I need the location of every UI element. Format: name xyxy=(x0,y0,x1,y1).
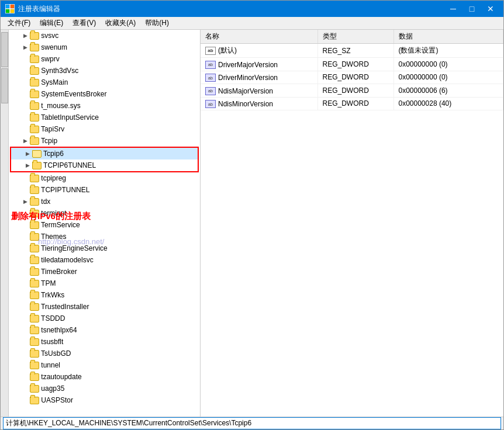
tree-item-tzautoupdate[interactable]: tzautoupdate xyxy=(9,371,200,383)
col-name: 名称 xyxy=(201,30,317,44)
tree-item-uagp35[interactable]: uagp35 xyxy=(9,383,200,394)
status-bar: 计算机\HKEY_LOCAL_MACHINE\SYSTEM\CurrentCon… xyxy=(1,417,503,429)
menu-edit[interactable]: 编辑(E) xyxy=(35,17,68,29)
tree-item-tsusbflt[interactable]: tsusbflt xyxy=(9,336,200,348)
folder-icon-tunnel xyxy=(30,362,39,369)
expand-arrow-tabletinputservice xyxy=(20,113,30,122)
tree-item-synth3dvsc[interactable]: Synth3dVsc xyxy=(9,65,200,77)
registry-values-panel[interactable]: 名称 类型 数据 ab (默认) REG_SZ xyxy=(201,30,503,417)
table-row[interactable]: ab DriverMajorVersion REG_DWORD 0x000000… xyxy=(201,58,503,71)
entry-name-default: ab (默认) xyxy=(201,44,317,58)
tree-item-tcpip6tunnel[interactable]: ▶ TCPIP6TUNNEL xyxy=(11,159,198,171)
tree-item-tsddd[interactable]: TSDDD xyxy=(9,313,200,324)
tree-item-trkwks[interactable]: TrkWks xyxy=(9,289,200,301)
svg-rect-3 xyxy=(11,9,14,13)
tree-item-svsvc[interactable]: ▶ svsvc xyxy=(9,30,200,41)
expand-arrow-trustedinstaller xyxy=(20,302,30,311)
tree-item-tcpiptunnel[interactable]: TCPIPTUNNEL xyxy=(9,184,200,196)
tree-item-tcpip[interactable]: ▶ Tcpip xyxy=(9,135,200,147)
tree-item-sysmain[interactable]: SysMain xyxy=(9,77,200,88)
expand-arrow-terminpt xyxy=(20,209,30,218)
folder-icon-tapisrv xyxy=(30,126,39,133)
main-content: 删除有IPv6的注册表 http://blog.csdn.net/ ▶ svsv… xyxy=(1,30,503,417)
window-icon xyxy=(5,4,15,13)
expand-arrow-tcpiptunnel xyxy=(20,185,30,195)
tree-item-timebroker[interactable]: TimeBroker xyxy=(9,266,200,278)
expand-arrow-tpm xyxy=(20,279,30,288)
tree-item-tcpip6[interactable]: ▶ Tcpip6 xyxy=(11,148,198,159)
tree-item-tsnethlpx64[interactable]: tsnethlpx64 xyxy=(9,324,200,336)
folder-icon-tsusbflt xyxy=(30,338,39,346)
expand-arrow-tsnethlpx64 xyxy=(20,325,30,335)
tree-item-tieringengineservice[interactable]: TieringEngineService xyxy=(9,242,200,254)
tree-item-tpm[interactable]: TPM xyxy=(9,278,200,289)
folder-icon-synth3dvsc xyxy=(30,67,39,75)
expand-arrow-tsusbgd xyxy=(20,349,30,358)
svg-rect-1 xyxy=(11,5,14,8)
maximize-button[interactable]: □ xyxy=(464,1,480,17)
menu-file[interactable]: 文件(F) xyxy=(3,17,35,29)
expand-arrow-tcpip6tunnel: ▶ xyxy=(23,161,32,170)
folder-icon-systemeventsbroker xyxy=(30,91,39,98)
expand-arrow-tunnel xyxy=(20,360,30,370)
tree-item-trustedinstaller[interactable]: TrustedInstaller xyxy=(9,301,200,313)
expand-arrow-sysmain xyxy=(20,78,30,87)
menu-help[interactable]: 帮助(H) xyxy=(140,17,174,29)
entry-name-ndismajor: ab NdisMajorVersion xyxy=(201,84,317,98)
folder-icon-tmousesys xyxy=(30,102,39,110)
close-button[interactable]: ✕ xyxy=(482,1,499,17)
expand-arrow-tcpip: ▶ xyxy=(20,136,30,145)
dword-icon-1: ab xyxy=(205,61,216,69)
expand-arrow-tdx: ▶ xyxy=(20,197,30,206)
tree-item-tabletinputservice[interactable]: TabletInputService xyxy=(9,112,200,123)
left-tab-1 xyxy=(1,32,8,67)
folder-icon-tiledatamodelsvc xyxy=(30,256,39,264)
tree-item-tunnel[interactable]: tunnel xyxy=(9,359,200,371)
tree-item-terminpt[interactable]: terminpt xyxy=(9,207,200,219)
entry-type-ndisminor: REG_DWORD xyxy=(317,97,393,110)
minimize-button[interactable]: ─ xyxy=(445,1,461,17)
tree-item-tdx[interactable]: ▶ tdx xyxy=(9,196,200,207)
entry-type-driverminor: REG_DWORD xyxy=(317,71,393,84)
table-row[interactable]: ab (默认) REG_SZ (数值未设置) xyxy=(201,44,503,58)
window-title: 注册表编辑器 xyxy=(18,4,445,14)
dword-icon-2: ab xyxy=(205,74,216,82)
entry-data-default: (数值未设置) xyxy=(393,44,503,58)
table-row[interactable]: ab NdisMinorVersion REG_DWORD 0x00000028… xyxy=(201,97,503,110)
folder-icon-tcpipreg xyxy=(30,175,39,182)
expand-arrow-uaspstor xyxy=(20,396,30,405)
tree-item-systemeventsbroker[interactable]: SystemEventsBroker xyxy=(9,88,200,100)
tree-item-swenum[interactable]: ▶ swenum xyxy=(9,41,200,53)
folder-icon-tabletinputservice xyxy=(30,114,39,122)
tree-item-tiledatamodelsvc[interactable]: tiledatamodelsvc xyxy=(9,254,200,266)
folder-icon-timebroker xyxy=(30,268,39,276)
tree-item-tsusbgd[interactable]: TsUsbGD xyxy=(9,348,200,359)
tree-item-tapisrv[interactable]: TapiSrv xyxy=(9,123,200,135)
status-bar-path: 计算机\HKEY_LOCAL_MACHINE\SYSTEM\CurrentCon… xyxy=(3,417,501,429)
tree-item-tmousesys[interactable]: t_mouse.sys xyxy=(9,100,200,112)
expand-arrow-trkwks xyxy=(20,290,30,300)
menu-favorites[interactable]: 收藏夹(A) xyxy=(101,17,140,29)
folder-icon-tsusbgd xyxy=(30,350,39,358)
tree-item-themes[interactable]: Themes xyxy=(9,231,200,242)
tree-item-uaspstor[interactable]: UASPStor xyxy=(9,394,200,406)
svg-rect-0 xyxy=(6,5,9,8)
tree-panel[interactable]: 删除有IPv6的注册表 http://blog.csdn.net/ ▶ svsv… xyxy=(9,30,201,417)
folder-icon-tcpip6 xyxy=(32,150,42,158)
tree-item-swprv[interactable]: swprv xyxy=(9,53,200,65)
entry-name-drivermajor: ab DriverMajorVersion xyxy=(201,58,317,71)
tree-item-tcpipreg[interactable]: tcpipreg xyxy=(9,172,200,184)
entry-data-ndisminor: 0x00000028 (40) xyxy=(393,97,503,110)
entry-name-driverminor: ab DriverMinorVersion xyxy=(201,71,317,84)
folder-icon-themes xyxy=(30,233,39,241)
ab-icon: ab xyxy=(205,47,216,55)
expand-arrow-swprv xyxy=(20,54,30,64)
table-row[interactable]: ab NdisMajorVersion REG_DWORD 0x00000006… xyxy=(201,84,503,98)
folder-icon-uaspstor xyxy=(30,397,39,404)
table-row[interactable]: ab DriverMinorVersion REG_DWORD 0x000000… xyxy=(201,71,503,84)
menu-view[interactable]: 查看(V) xyxy=(68,17,101,29)
svg-rect-2 xyxy=(6,9,9,13)
tree-item-termservice[interactable]: TermService xyxy=(9,219,200,231)
folder-icon-termservice xyxy=(30,221,39,229)
expand-arrow-swenum: ▶ xyxy=(20,43,30,52)
